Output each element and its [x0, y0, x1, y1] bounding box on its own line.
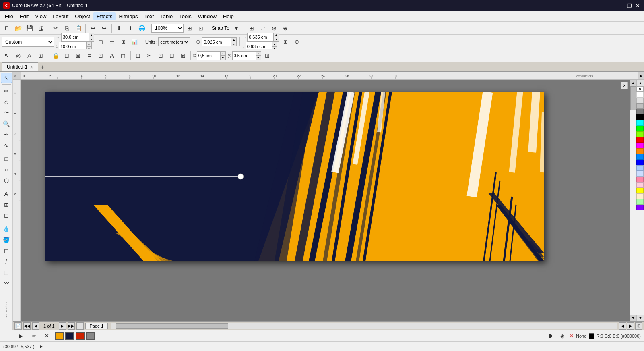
menu-layout[interactable]: Layout — [50, 12, 72, 20]
page-1-tab[interactable]: Page 1 — [85, 323, 108, 329]
black-swatch[interactable] — [636, 114, 644, 120]
nudge-down-btn[interactable]: ▼ — [231, 42, 237, 46]
width-down-btn[interactable]: ▼ — [89, 37, 94, 42]
pick-tool-btn[interactable]: ↖ — [1, 73, 12, 83]
palette-scroll-down-btn[interactable]: ▼ — [636, 315, 644, 321]
outline-tool-btn[interactable]: ◻ — [1, 245, 12, 256]
print-button[interactable]: 🖨 — [35, 23, 46, 33]
table-tool-btn[interactable]: ⊞ — [1, 199, 12, 210]
save-button[interactable]: 💾 — [24, 23, 35, 33]
undo-button[interactable]: ↩ — [88, 23, 98, 33]
status-expand-btn[interactable]: ▶ — [38, 343, 45, 350]
new-button[interactable]: 🗋 — [2, 23, 12, 33]
canvas-page[interactable] — [45, 92, 544, 261]
scroll-left-end-btn[interactable]: ◀ — [619, 322, 626, 330]
scroll-up-btn[interactable]: ▲ — [630, 80, 636, 86]
restore-button[interactable]: ❐ — [626, 2, 633, 9]
canvas-close-btn[interactable]: ✕ — [621, 82, 628, 89]
pink-swatch[interactable] — [636, 177, 644, 182]
orange-swatch[interactable] — [636, 148, 644, 154]
page-add-btn[interactable]: + — [76, 322, 84, 330]
y-input[interactable] — [232, 51, 256, 60]
magenta-swatch[interactable] — [636, 143, 644, 148]
lighterblue-swatch[interactable] — [636, 171, 644, 177]
open-button[interactable]: 📂 — [13, 23, 23, 33]
obj-convert-btn[interactable]: ◻ — [118, 51, 128, 60]
page-chart-btn[interactable]: 📊 — [130, 37, 139, 47]
lightblue-swatch[interactable] — [636, 165, 644, 171]
menu-view[interactable]: View — [32, 12, 50, 20]
horizontal-scrollbar[interactable] — [111, 323, 617, 329]
obj-d1-btn[interactable]: ⊟ — [167, 51, 177, 60]
x-up[interactable]: ▲ — [220, 51, 226, 56]
gray-swatch[interactable] — [636, 103, 644, 109]
page-scale-btn[interactable]: ⊞ — [118, 37, 128, 47]
red-swatch[interactable] — [636, 137, 644, 143]
rect-tool-btn[interactable]: □ — [1, 154, 12, 164]
freehand-bottom-btn[interactable]: ✏ — [29, 331, 39, 341]
white-swatch[interactable] — [636, 92, 644, 98]
lightorange-swatch[interactable] — [636, 193, 644, 199]
nudge-input[interactable] — [202, 37, 231, 46]
x-down[interactable]: ▼ — [220, 56, 226, 60]
page-preset-select[interactable]: Custom — [2, 37, 54, 47]
obj-weld-btn[interactable]: ⊞ — [133, 51, 143, 60]
shape-tool-btn[interactable]: ◇ — [1, 97, 12, 107]
obj-group2-btn[interactable]: ⊠ — [73, 51, 83, 60]
bottom-gray-swatch[interactable] — [86, 332, 95, 340]
bottom-orange-swatch[interactable] — [55, 332, 64, 340]
eraser-tool-btn[interactable]: ◫ — [1, 267, 12, 278]
fill-tool-btn[interactable]: 🪣 — [1, 235, 12, 245]
dup2-up[interactable]: ▲ — [272, 42, 277, 46]
blue-bright-swatch[interactable] — [636, 154, 644, 160]
options-button[interactable]: ⊛ — [269, 23, 279, 33]
copy-button[interactable]: ⎘ — [62, 23, 72, 33]
obj-prop-btn[interactable]: ⊞ — [262, 51, 272, 60]
obj-front-btn[interactable]: ⊡ — [95, 51, 106, 60]
scroll-thumb[interactable] — [630, 86, 636, 110]
zoom-tool-btn[interactable]: 🔍 — [1, 118, 12, 129]
curve-tool-btn[interactable]: ∿ — [1, 140, 12, 151]
page-first-btn[interactable]: ◀◀ — [23, 322, 31, 330]
yellow-green-swatch[interactable] — [636, 131, 644, 137]
page-next-btn[interactable]: ▶ — [59, 322, 66, 330]
portrait-btn[interactable]: ◻ — [96, 37, 105, 47]
menu-text[interactable]: Text — [141, 12, 157, 20]
tab-close-icon[interactable]: ✕ — [30, 65, 33, 69]
cut-button[interactable]: ✂ — [50, 23, 61, 33]
page-prev-btn[interactable]: ◀ — [32, 322, 39, 330]
polygon-tool-btn[interactable]: ⬡ — [1, 175, 12, 186]
zoom-fit-page-btn[interactable]: ⊞ — [635, 322, 642, 330]
obj-group1-btn[interactable]: ⊟ — [62, 51, 72, 60]
tab-untitled1[interactable]: Untitled-1 ✕ — [2, 62, 38, 71]
ellipse-tool-btn[interactable]: ○ — [1, 164, 12, 175]
yellow-swatch[interactable] — [636, 188, 644, 193]
zoom-select[interactable]: 100% 50% 75% 150% 200% — [151, 24, 184, 33]
landscape-btn[interactable]: ▭ — [107, 37, 117, 47]
h-scroll-thumb[interactable] — [116, 323, 228, 329]
align-button[interactable]: ⇌ — [258, 23, 268, 33]
darkgray-swatch[interactable] — [636, 109, 644, 114]
pen-tool-btn[interactable]: ✒ — [1, 129, 12, 140]
menu-effects[interactable]: Effects — [93, 12, 116, 20]
obj-back-btn[interactable]: A — [107, 51, 117, 60]
status-record-btn[interactable]: ⏺ — [545, 331, 555, 341]
obj-pick-btn[interactable]: ◎ — [13, 51, 23, 60]
roughen-tool-btn[interactable]: 〰 — [1, 278, 12, 289]
obj-select-btn[interactable]: ↖ — [2, 51, 12, 60]
blade-tool-btn[interactable]: / — [1, 256, 12, 267]
menu-file[interactable]: File — [2, 12, 17, 20]
export-button[interactable]: ⬆ — [125, 23, 136, 33]
bottom-navy-swatch[interactable] — [65, 332, 74, 340]
y-down[interactable]: ▼ — [256, 56, 261, 60]
import-button[interactable]: ⬇ — [114, 23, 124, 33]
text-tool-btn[interactable]: A — [1, 189, 12, 199]
purple-swatch[interactable] — [636, 205, 644, 210]
obj-text-btn[interactable]: A — [24, 51, 35, 60]
y-up[interactable]: ▲ — [256, 51, 261, 56]
lightgreen-swatch[interactable] — [636, 199, 644, 205]
paste-button[interactable]: 📋 — [73, 23, 83, 33]
palette-scroll-up-btn[interactable]: ▲ — [636, 80, 644, 86]
minimize-button[interactable]: ─ — [618, 2, 625, 9]
eyedropper-tool-btn[interactable]: 💧 — [1, 224, 12, 234]
